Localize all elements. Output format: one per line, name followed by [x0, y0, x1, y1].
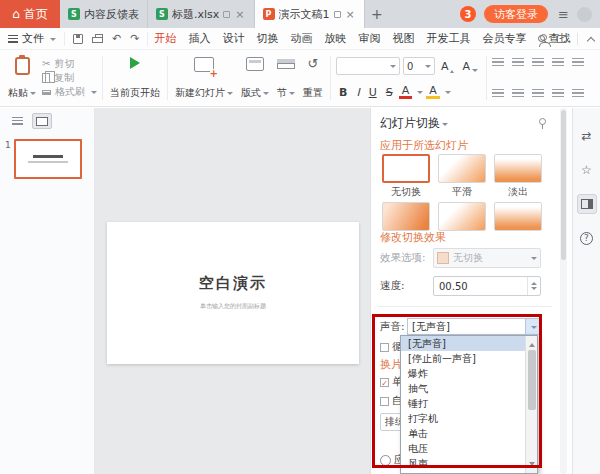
- tab-presentation1[interactable]: P 演示文稿1 ×: [255, 0, 365, 28]
- menu-item-transitions[interactable]: 切换: [250, 29, 284, 48]
- menu-item-slideshow[interactable]: 放映: [318, 29, 352, 48]
- indent-decrease-icon[interactable]: [532, 58, 544, 67]
- cut-button[interactable]: ✂ 剪切: [42, 57, 97, 71]
- chevron-down-icon[interactable]: [442, 123, 448, 129]
- menu-item-home[interactable]: 开始: [148, 29, 182, 48]
- redo-icon[interactable]: ↷: [130, 33, 139, 44]
- layout-button[interactable]: 版式: [237, 53, 273, 103]
- new-slide-button[interactable]: 新建幻灯片: [171, 53, 237, 103]
- slide-subtitle-text[interactable]: 单击输入您的封面副标题: [107, 302, 359, 311]
- transition-option[interactable]: [436, 202, 488, 231]
- sound-option-wind[interactable]: 风声: [401, 456, 525, 471]
- numbering-icon[interactable]: [512, 58, 524, 67]
- speed-input[interactable]: 00.50: [433, 276, 541, 296]
- outline-view-button[interactable]: [7, 113, 27, 129]
- checkbox-checked-icon[interactable]: [380, 378, 389, 387]
- dropdown-scrollbar[interactable]: [525, 336, 537, 473]
- font-name-select[interactable]: [336, 57, 400, 75]
- slide-1-thumbnail[interactable]: [14, 139, 82, 179]
- tab-content-feedback[interactable]: S 内容反馈表: [60, 0, 148, 28]
- tab-title-xlsx[interactable]: S 标题.xlsx ×: [148, 0, 255, 28]
- menu-item-insert[interactable]: 插入: [182, 29, 216, 48]
- menu-item-member[interactable]: 会员专享: [476, 29, 532, 48]
- switch-panes-icon[interactable]: ⇄: [577, 126, 597, 146]
- sound-option-explosion[interactable]: 爆炸: [401, 366, 525, 381]
- decrease-font-button[interactable]: A: [460, 60, 482, 73]
- help-icon[interactable]: ?: [577, 228, 597, 248]
- menu-item-view[interactable]: 视图: [386, 29, 420, 48]
- checkbox-unchecked-icon[interactable]: [380, 397, 389, 406]
- transition-none[interactable]: 无切换: [380, 154, 432, 199]
- justify-icon[interactable]: [552, 89, 564, 98]
- font-color-button[interactable]: A: [399, 85, 413, 99]
- print-icon[interactable]: [92, 37, 103, 43]
- bold-button[interactable]: B: [336, 86, 350, 99]
- font-size-select[interactable]: 0: [403, 57, 435, 75]
- highlight-color-button[interactable]: A: [426, 85, 440, 99]
- transition-option[interactable]: [380, 202, 432, 231]
- transition-fade[interactable]: 淡出: [492, 154, 544, 199]
- guest-login-button[interactable]: 访客登录: [484, 5, 548, 23]
- sound-option-click[interactable]: 单击: [401, 426, 525, 441]
- section-button[interactable]: 节: [273, 53, 299, 103]
- task-pane-toggle-icon[interactable]: [577, 194, 597, 214]
- account-icon[interactable]: [540, 34, 547, 41]
- file-menu-button[interactable]: 文件: [0, 31, 64, 46]
- format-painter-button[interactable]: 格式刷: [42, 85, 97, 99]
- pane-scrollbar[interactable]: [560, 108, 567, 474]
- save-icon[interactable]: [73, 34, 83, 44]
- effect-option-select[interactable]: 无切换: [433, 248, 541, 268]
- notification-badge[interactable]: 3: [460, 6, 476, 22]
- sound-option-hammer[interactable]: 锤打: [401, 396, 525, 411]
- slide-title-text[interactable]: 空白演示: [107, 274, 359, 293]
- underline-button[interactable]: U: [366, 86, 380, 99]
- increase-font-button[interactable]: A: [438, 60, 457, 73]
- menu-icon[interactable]: ≡: [558, 7, 569, 22]
- menu-item-devtools[interactable]: 开发工具: [420, 29, 476, 48]
- indent-increase-icon[interactable]: [552, 58, 564, 67]
- sound-option-suction[interactable]: 抽气: [401, 381, 525, 396]
- scrollbar-thumb[interactable]: [561, 110, 566, 260]
- reset-button[interactable]: ↺ 重置: [299, 53, 327, 103]
- bullets-icon[interactable]: [492, 58, 504, 67]
- undo-icon[interactable]: ↶: [112, 33, 121, 44]
- sound-select-arrow[interactable]: [525, 319, 540, 334]
- home-tab[interactable]: ⌂ 首页: [0, 0, 60, 28]
- scroll-down-icon[interactable]: [529, 462, 535, 469]
- transition-smooth[interactable]: 平滑: [436, 154, 488, 199]
- copy-button[interactable]: 复制: [42, 71, 97, 85]
- sound-option-stop-previous[interactable]: [停止前一声音]: [401, 351, 525, 366]
- strikethrough-button[interactable]: S: [383, 86, 396, 99]
- close-tab-icon[interactable]: ×: [345, 8, 356, 21]
- scroll-up-icon[interactable]: [529, 340, 535, 347]
- window-icon[interactable]: [557, 35, 567, 43]
- slide-canvas[interactable]: 空白演示 单击输入您的封面副标题: [107, 222, 359, 364]
- line-spacing-icon[interactable]: [572, 58, 584, 67]
- transition-option[interactable]: [492, 202, 544, 231]
- menu-item-animation[interactable]: 动画: [284, 29, 318, 48]
- align-left-icon[interactable]: [492, 89, 504, 98]
- play-from-current-button[interactable]: 当前页开始: [106, 53, 164, 103]
- sound-loop-checkbox-row[interactable]: 循环播放，到下一声音开始时: [380, 340, 402, 354]
- collapse-ribbon-icon[interactable]: [587, 36, 595, 44]
- menu-item-review[interactable]: 审阅: [352, 29, 386, 48]
- avatar[interactable]: [577, 7, 592, 22]
- paste-button[interactable]: 粘贴: [4, 53, 40, 103]
- sound-option-chime[interactable]: 风铃: [401, 471, 525, 473]
- sound-option-voltage[interactable]: 电压: [401, 441, 525, 456]
- text-direction-icon[interactable]: [572, 89, 584, 98]
- align-right-icon[interactable]: [532, 89, 544, 98]
- italic-button[interactable]: I: [353, 86, 362, 99]
- sound-select[interactable]: [无声音]: [407, 318, 541, 335]
- align-center-icon[interactable]: [512, 89, 524, 98]
- scrollbar-thumb[interactable]: [528, 350, 536, 410]
- speed-stepper[interactable]: [527, 277, 540, 295]
- star-icon[interactable]: ☆: [577, 160, 597, 180]
- menu-item-design[interactable]: 设计: [216, 29, 250, 48]
- sound-option-typewriter[interactable]: 打字机: [401, 411, 525, 426]
- new-tab-button[interactable]: +: [365, 0, 389, 28]
- close-tab-icon[interactable]: ×: [234, 8, 245, 21]
- checkbox-unchecked-icon[interactable]: [380, 343, 389, 352]
- slide-view-button[interactable]: [32, 113, 52, 129]
- pin-icon[interactable]: [539, 118, 546, 125]
